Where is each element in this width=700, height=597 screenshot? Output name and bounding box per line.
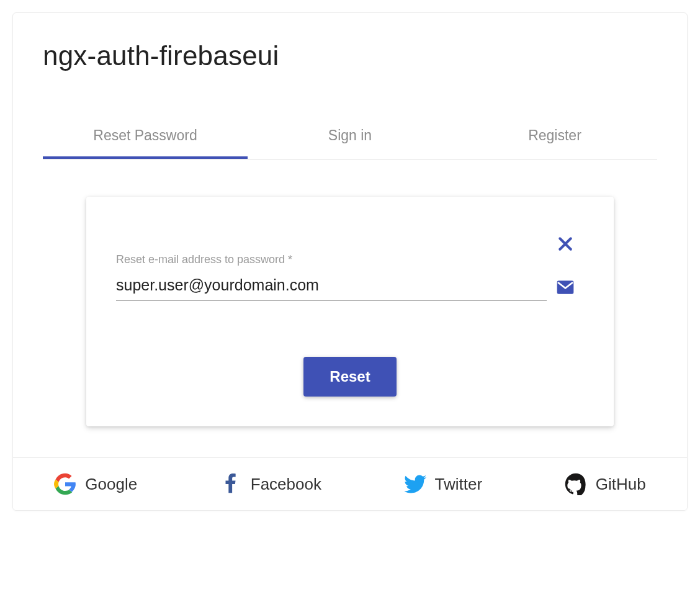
email-label: Reset e-mail address to password * — [116, 253, 547, 266]
mail-icon — [555, 277, 575, 297]
provider-google-label: Google — [85, 475, 137, 494]
google-icon — [54, 473, 76, 495]
github-icon — [565, 473, 587, 495]
twitter-icon — [404, 473, 426, 495]
provider-google[interactable]: Google — [54, 473, 137, 495]
email-field[interactable] — [116, 274, 547, 301]
page-title: ngx-auth-firebaseui — [43, 40, 657, 71]
auth-card: ngx-auth-firebaseui Reset Password Sign … — [12, 12, 688, 511]
provider-twitter[interactable]: Twitter — [404, 473, 483, 495]
reset-password-panel: Reset e-mail address to password * — [86, 197, 614, 426]
tab-sign-in[interactable]: Sign in — [248, 115, 452, 159]
auth-providers: Google Facebook Twitter — [13, 457, 687, 510]
tab-reset-password[interactable]: Reset Password — [43, 115, 248, 159]
provider-facebook-label: Facebook — [251, 475, 321, 494]
facebook-icon — [220, 473, 242, 495]
reset-button[interactable]: Reset — [303, 357, 396, 397]
tab-register[interactable]: Register — [452, 115, 657, 159]
provider-github[interactable]: GitHub — [565, 473, 646, 495]
provider-facebook[interactable]: Facebook — [220, 473, 321, 495]
provider-github-label: GitHub — [596, 475, 646, 494]
tabs: Reset Password Sign in Register — [43, 115, 657, 159]
provider-twitter-label: Twitter — [435, 475, 483, 494]
close-icon[interactable] — [555, 234, 575, 254]
